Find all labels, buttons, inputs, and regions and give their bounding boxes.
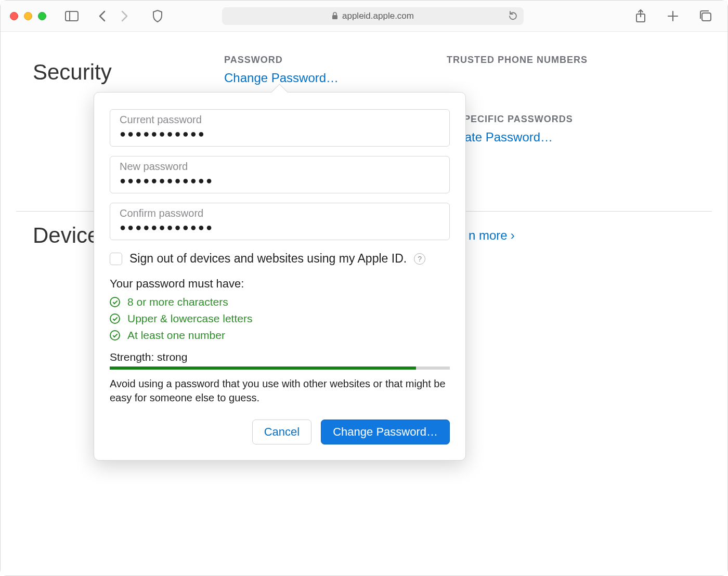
- password-section: PASSWORD Change Password…: [224, 55, 339, 85]
- learn-more-text: n more: [469, 228, 508, 243]
- requirement-text: 8 or more characters: [127, 296, 228, 308]
- back-button[interactable]: [96, 8, 108, 24]
- new-tab-icon[interactable]: [665, 8, 681, 24]
- change-password-link[interactable]: Change Password…: [224, 71, 339, 85]
- zoom-window-button[interactable]: [38, 12, 46, 20]
- tab-overview-icon[interactable]: [697, 8, 714, 24]
- trusted-phone-section: TRUSTED PHONE NUMBERS: [447, 55, 588, 66]
- address-bar[interactable]: appleid.apple.com: [222, 7, 524, 25]
- svg-rect-2: [332, 15, 337, 19]
- confirm-password-value: ●●●●●●●●●●●●: [120, 221, 440, 233]
- new-password-label: New password: [120, 161, 440, 173]
- current-password-label: Current password: [120, 114, 440, 126]
- forward-button[interactable]: [119, 8, 131, 24]
- svg-rect-0: [66, 11, 78, 21]
- url-text: appleid.apple.com: [342, 11, 414, 21]
- new-password-value: ●●●●●●●●●●●●: [120, 175, 440, 187]
- trusted-phone-header: TRUSTED PHONE NUMBERS: [447, 55, 588, 66]
- chevron-right-icon: ›: [511, 228, 515, 243]
- lock-icon: [332, 12, 338, 20]
- change-password-button[interactable]: Change Password…: [321, 420, 450, 444]
- check-icon: [110, 297, 120, 307]
- requirement-item: 8 or more characters: [110, 296, 450, 308]
- window-controls: [10, 12, 46, 20]
- current-password-field[interactable]: Current password ●●●●●●●●●●●: [110, 109, 450, 147]
- requirement-item: At least one number: [110, 329, 450, 342]
- help-icon[interactable]: ?: [414, 253, 425, 265]
- strength-label: Strength: strong: [110, 351, 450, 363]
- change-password-popover: Current password ●●●●●●●●●●● New passwor…: [94, 92, 466, 461]
- password-advice: Avoid using a password that you use with…: [110, 377, 450, 405]
- confirm-password-label: Confirm password: [120, 207, 440, 219]
- requirement-text: Upper & lowercase letters: [127, 312, 252, 325]
- password-header: PASSWORD: [224, 55, 339, 66]
- check-icon: [110, 330, 120, 341]
- new-password-field[interactable]: New password ●●●●●●●●●●●●: [110, 156, 450, 193]
- security-heading: Security: [33, 60, 112, 85]
- button-row: Cancel Change Password…: [110, 420, 450, 444]
- strength-meter: [110, 366, 450, 370]
- requirement-item: Upper & lowercase letters: [110, 312, 450, 325]
- safari-window: appleid.apple.com Security PASSWORD Chan…: [0, 0, 728, 576]
- cancel-button[interactable]: Cancel: [252, 420, 311, 444]
- confirm-password-field[interactable]: Confirm password ●●●●●●●●●●●●: [110, 203, 450, 240]
- titlebar: appleid.apple.com: [1, 1, 727, 32]
- reload-icon[interactable]: [508, 11, 517, 21]
- close-window-button[interactable]: [10, 12, 18, 20]
- page-content: Security PASSWORD Change Password… TRUST…: [1, 32, 727, 575]
- share-icon[interactable]: [633, 7, 648, 25]
- svg-rect-7: [702, 13, 711, 21]
- check-icon: [110, 313, 120, 324]
- signout-label: Sign out of devices and websites using m…: [129, 252, 407, 266]
- current-password-value: ●●●●●●●●●●●: [120, 128, 440, 140]
- requirements-title: Your password must have:: [110, 277, 450, 291]
- sidebar-toggle-icon[interactable]: [63, 9, 81, 23]
- signout-row: Sign out of devices and websites using m…: [110, 252, 450, 266]
- requirement-text: At least one number: [127, 329, 225, 342]
- strength-fill: [110, 366, 416, 370]
- privacy-report-icon[interactable]: [150, 8, 165, 24]
- minimize-window-button[interactable]: [24, 12, 32, 20]
- learn-more-link[interactable]: n more ›: [469, 228, 515, 243]
- signout-checkbox[interactable]: [110, 253, 122, 265]
